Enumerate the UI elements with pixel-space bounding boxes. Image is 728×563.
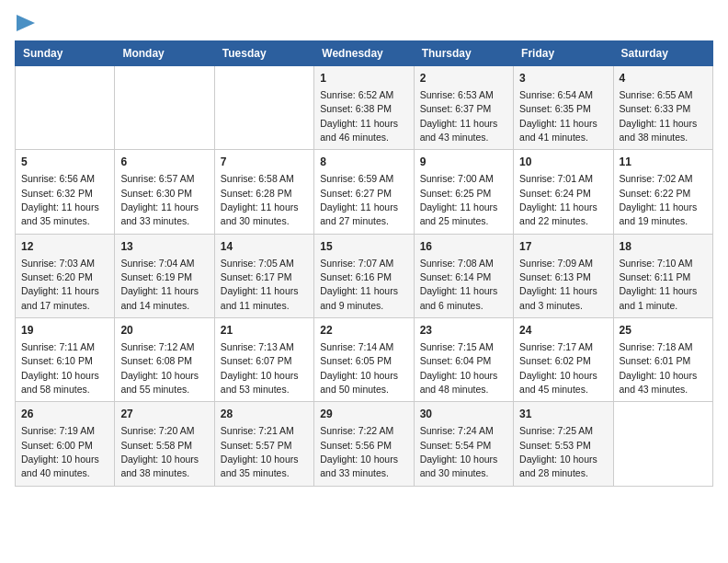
week-row-3: 12Sunrise: 7:03 AM Sunset: 6:20 PM Dayli…: [16, 234, 713, 317]
day-info-6: Sunrise: 6:57 AM Sunset: 6:30 PM Dayligh…: [120, 173, 199, 226]
day-cell-5: 5Sunrise: 6:56 AM Sunset: 6:32 PM Daylig…: [16, 150, 115, 234]
header: [15, 15, 713, 31]
column-header-thursday: Thursday: [414, 41, 513, 66]
day-info-8: Sunrise: 6:59 AM Sunset: 6:27 PM Dayligh…: [320, 173, 398, 226]
day-cell-8: 8Sunrise: 6:59 AM Sunset: 6:27 PM Daylig…: [314, 150, 414, 234]
day-number-7: 7: [221, 155, 308, 170]
day-number-23: 23: [420, 323, 507, 339]
day-cell-19: 19Sunrise: 7:11 AM Sunset: 6:10 PM Dayli…: [16, 318, 115, 402]
day-info-1: Sunrise: 6:52 AM Sunset: 6:38 PM Dayligh…: [320, 89, 398, 143]
day-number-17: 17: [519, 239, 607, 255]
day-cell-18: 18Sunrise: 7:10 AM Sunset: 6:11 PM Dayli…: [613, 234, 712, 317]
day-number-12: 12: [21, 239, 108, 255]
day-cell-7: 7Sunrise: 6:58 AM Sunset: 6:28 PM Daylig…: [214, 150, 313, 234]
day-cell-10: 10Sunrise: 7:01 AM Sunset: 6:24 PM Dayli…: [514, 150, 613, 234]
day-cell-4: 4Sunrise: 6:55 AM Sunset: 6:33 PM Daylig…: [613, 66, 712, 150]
day-cell-14: 14Sunrise: 7:05 AM Sunset: 6:17 PM Dayli…: [214, 234, 313, 317]
day-cell-3: 3Sunrise: 6:54 AM Sunset: 6:35 PM Daylig…: [514, 66, 613, 150]
day-cell-21: 21Sunrise: 7:13 AM Sunset: 6:07 PM Dayli…: [214, 318, 313, 402]
day-cell-27: 27Sunrise: 7:20 AM Sunset: 5:58 PM Dayli…: [115, 402, 214, 486]
day-number-3: 3: [519, 71, 607, 86]
day-number-4: 4: [620, 71, 707, 86]
day-number-11: 11: [620, 155, 707, 170]
day-cell-13: 13Sunrise: 7:04 AM Sunset: 6:19 PM Dayli…: [115, 234, 214, 317]
day-cell-24: 24Sunrise: 7:17 AM Sunset: 6:02 PM Dayli…: [514, 318, 613, 402]
day-info-19: Sunrise: 7:11 AM Sunset: 6:10 PM Dayligh…: [21, 341, 99, 395]
day-cell-31: 31Sunrise: 7:25 AM Sunset: 5:53 PM Dayli…: [514, 402, 613, 486]
day-number-13: 13: [120, 239, 208, 255]
day-info-25: Sunrise: 7:18 AM Sunset: 6:01 PM Dayligh…: [620, 341, 698, 395]
day-cell-23: 23Sunrise: 7:15 AM Sunset: 6:04 PM Dayli…: [414, 318, 513, 402]
day-info-18: Sunrise: 7:10 AM Sunset: 6:11 PM Dayligh…: [620, 258, 698, 311]
day-number-30: 30: [420, 407, 507, 422]
day-info-12: Sunrise: 7:03 AM Sunset: 6:20 PM Dayligh…: [21, 258, 99, 311]
day-info-28: Sunrise: 7:21 AM Sunset: 5:57 PM Dayligh…: [221, 425, 299, 478]
column-header-monday: Monday: [115, 41, 214, 66]
week-row-5: 26Sunrise: 7:19 AM Sunset: 6:00 PM Dayli…: [16, 402, 713, 486]
day-number-10: 10: [519, 155, 607, 170]
logo-arrow-icon: [17, 15, 35, 31]
day-cell-26: 26Sunrise: 7:19 AM Sunset: 6:00 PM Dayli…: [16, 402, 115, 486]
day-info-14: Sunrise: 7:05 AM Sunset: 6:17 PM Dayligh…: [221, 258, 299, 311]
day-number-20: 20: [120, 323, 208, 339]
day-cell-9: 9Sunrise: 7:00 AM Sunset: 6:25 PM Daylig…: [414, 150, 513, 234]
day-info-24: Sunrise: 7:17 AM Sunset: 6:02 PM Dayligh…: [519, 341, 597, 395]
day-number-16: 16: [420, 239, 507, 255]
day-cell-12: 12Sunrise: 7:03 AM Sunset: 6:20 PM Dayli…: [16, 234, 115, 317]
day-number-19: 19: [21, 323, 108, 339]
day-info-2: Sunrise: 6:53 AM Sunset: 6:37 PM Dayligh…: [420, 89, 498, 143]
empty-cell: [214, 66, 313, 150]
day-info-5: Sunrise: 6:56 AM Sunset: 6:32 PM Dayligh…: [21, 173, 99, 226]
day-cell-17: 17Sunrise: 7:09 AM Sunset: 6:13 PM Dayli…: [514, 234, 613, 317]
day-cell-28: 28Sunrise: 7:21 AM Sunset: 5:57 PM Dayli…: [214, 402, 313, 486]
day-info-21: Sunrise: 7:13 AM Sunset: 6:07 PM Dayligh…: [221, 341, 299, 395]
day-cell-20: 20Sunrise: 7:12 AM Sunset: 6:08 PM Dayli…: [115, 318, 214, 402]
day-info-26: Sunrise: 7:19 AM Sunset: 6:00 PM Dayligh…: [21, 425, 99, 478]
day-number-21: 21: [221, 323, 308, 339]
column-header-saturday: Saturday: [613, 41, 712, 66]
day-info-23: Sunrise: 7:15 AM Sunset: 6:04 PM Dayligh…: [420, 341, 498, 395]
column-header-tuesday: Tuesday: [214, 41, 313, 66]
column-header-sunday: Sunday: [16, 41, 115, 66]
day-cell-29: 29Sunrise: 7:22 AM Sunset: 5:56 PM Dayli…: [314, 402, 414, 486]
week-row-4: 19Sunrise: 7:11 AM Sunset: 6:10 PM Dayli…: [16, 318, 713, 402]
day-number-18: 18: [620, 239, 707, 255]
day-number-28: 28: [221, 407, 308, 422]
day-cell-30: 30Sunrise: 7:24 AM Sunset: 5:54 PM Dayli…: [414, 402, 513, 486]
day-cell-6: 6Sunrise: 6:57 AM Sunset: 6:30 PM Daylig…: [115, 150, 214, 234]
day-info-22: Sunrise: 7:14 AM Sunset: 6:05 PM Dayligh…: [320, 341, 398, 395]
day-info-3: Sunrise: 6:54 AM Sunset: 6:35 PM Dayligh…: [519, 89, 597, 143]
day-number-24: 24: [519, 323, 607, 339]
day-number-1: 1: [320, 71, 407, 86]
calendar-body: 1Sunrise: 6:52 AM Sunset: 6:38 PM Daylig…: [16, 66, 713, 487]
empty-cell: [613, 402, 712, 486]
calendar-table: SundayMondayTuesdayWednesdayThursdayFrid…: [15, 40, 713, 487]
day-info-30: Sunrise: 7:24 AM Sunset: 5:54 PM Dayligh…: [420, 425, 498, 478]
day-info-9: Sunrise: 7:00 AM Sunset: 6:25 PM Dayligh…: [420, 173, 498, 226]
day-info-16: Sunrise: 7:08 AM Sunset: 6:14 PM Dayligh…: [420, 258, 498, 311]
day-info-31: Sunrise: 7:25 AM Sunset: 5:53 PM Dayligh…: [519, 425, 597, 478]
day-number-31: 31: [519, 407, 607, 422]
day-cell-16: 16Sunrise: 7:08 AM Sunset: 6:14 PM Dayli…: [414, 234, 513, 317]
day-cell-25: 25Sunrise: 7:18 AM Sunset: 6:01 PM Dayli…: [613, 318, 712, 402]
day-number-25: 25: [620, 323, 707, 339]
day-number-22: 22: [320, 323, 407, 339]
logo: [15, 15, 35, 31]
week-row-2: 5Sunrise: 6:56 AM Sunset: 6:32 PM Daylig…: [16, 150, 713, 234]
empty-cell: [16, 66, 115, 150]
day-info-15: Sunrise: 7:07 AM Sunset: 6:16 PM Dayligh…: [320, 258, 398, 311]
day-cell-2: 2Sunrise: 6:53 AM Sunset: 6:37 PM Daylig…: [414, 66, 513, 150]
day-number-5: 5: [21, 155, 108, 170]
day-number-9: 9: [420, 155, 507, 170]
day-number-2: 2: [420, 71, 507, 86]
day-number-27: 27: [120, 407, 208, 422]
day-info-10: Sunrise: 7:01 AM Sunset: 6:24 PM Dayligh…: [519, 173, 597, 226]
day-info-13: Sunrise: 7:04 AM Sunset: 6:19 PM Dayligh…: [120, 258, 199, 311]
calendar-header-row: SundayMondayTuesdayWednesdayThursdayFrid…: [16, 41, 713, 66]
day-info-27: Sunrise: 7:20 AM Sunset: 5:58 PM Dayligh…: [120, 425, 199, 478]
day-cell-1: 1Sunrise: 6:52 AM Sunset: 6:38 PM Daylig…: [314, 66, 414, 150]
day-info-29: Sunrise: 7:22 AM Sunset: 5:56 PM Dayligh…: [320, 425, 398, 478]
day-number-14: 14: [221, 239, 308, 255]
day-number-15: 15: [320, 239, 407, 255]
day-info-4: Sunrise: 6:55 AM Sunset: 6:33 PM Dayligh…: [620, 89, 698, 143]
